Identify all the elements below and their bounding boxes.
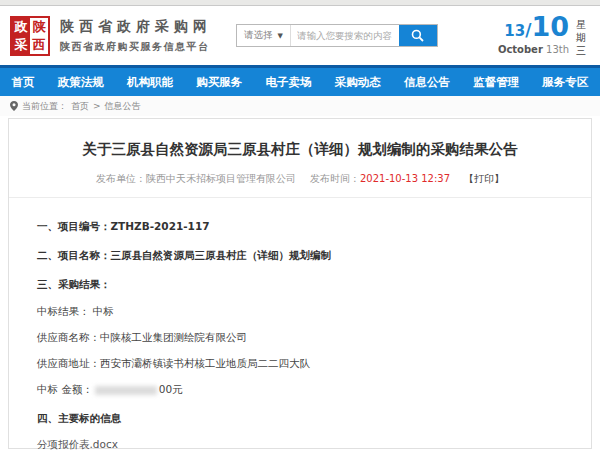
date-en-day: 13th (546, 44, 569, 55)
site-logo[interactable]: 政 陕 采 西 (10, 16, 50, 56)
location-pin-icon (10, 101, 18, 111)
site-titles: 陕西省政府采购网 陕西省政府购买服务信息平台 (60, 18, 212, 54)
chevron-down-icon: ▼ (278, 32, 283, 40)
date-en-month: October (498, 44, 543, 55)
main-nav: 首页 政策法规 机构职能 购买服务 电子卖场 采购动态 信息公告 监督管理 服务… (0, 65, 600, 96)
date-widget: 13/10 October 13th 星期三 (498, 14, 590, 57)
print-button[interactable]: 【打印】 (464, 173, 504, 184)
result-line: 中标结果： 中标 (37, 305, 563, 319)
date-weekday: 星期三 (576, 18, 588, 57)
article-body: 一、项目编号：ZTHZB-2021-117 二、项目名称：三原县自然资源局三原县… (9, 198, 591, 450)
breadcrumb-separator: > (93, 101, 101, 111)
nav-item-services[interactable]: 服务专区 (542, 75, 588, 90)
logo-char: 政 (12, 18, 30, 36)
search-bar: 请选择 ▼ (236, 24, 438, 47)
amount-label: 中标 金额： (37, 383, 93, 395)
pubtime-label: 发布时间： (310, 173, 360, 184)
logo-char: 陕 (30, 18, 48, 36)
amount-line: 中标 金额：00元 (37, 383, 563, 397)
search-button[interactable] (399, 25, 437, 46)
site-header: 政 陕 采 西 陕西省政府采购网 陕西省政府购买服务信息平台 请选择 ▼ 13/… (0, 6, 600, 65)
address-line: 供应商地址：西安市灞桥镇读书村核工业地质局二二四大队 (37, 357, 563, 371)
search-input[interactable] (291, 25, 399, 46)
article-panel: 关于三原县自然资源局三原县村庄（详细）规划编制的采购结果公告 发布单位：陕西中天… (8, 118, 592, 449)
nav-item-functions[interactable]: 机构职能 (127, 75, 173, 90)
amount-suffix: 00元 (159, 383, 183, 395)
search-icon (411, 29, 424, 42)
breadcrumb: 当前位置： 首页 > 信息公告 (0, 96, 600, 116)
section-subject-heading: 四、主要标的信息 (37, 412, 563, 426)
breadcrumb-home[interactable]: 首页 (71, 100, 89, 113)
section-project-number: 一、项目编号：ZTHZB-2021-117 (37, 220, 563, 234)
logo-char: 采 (12, 36, 30, 54)
site-subtitle: 陕西省政府购买服务信息平台 (60, 40, 212, 54)
section-project-name: 二、项目名称：三原县自然资源局三原县村庄（详细）规划编制 (37, 249, 563, 263)
nav-item-supervision[interactable]: 监督管理 (473, 75, 519, 90)
breadcrumb-current[interactable]: 信息公告 (105, 100, 141, 113)
nav-item-purchase[interactable]: 购买服务 (196, 75, 242, 90)
breadcrumb-label: 当前位置： (22, 100, 67, 113)
article-title: 关于三原县自然资源局三原县村庄（详细）规划编制的采购结果公告 (9, 140, 591, 159)
pubtime-value: 2021-10-13 12:37 (360, 173, 450, 184)
publisher-label: 发布单位： (96, 173, 146, 184)
nav-item-policies[interactable]: 政策法规 (58, 75, 104, 90)
section-result-heading: 三、采购结果： (37, 278, 563, 292)
logo-char: 西 (30, 36, 48, 54)
amount-redacted (95, 386, 157, 395)
site-title: 陕西省政府采购网 (60, 18, 212, 36)
nav-item-news[interactable]: 采购动态 (335, 75, 381, 90)
attachment-link[interactable]: 分项报价表.docx (37, 438, 118, 450)
nav-item-emarket[interactable]: 电子卖场 (265, 75, 311, 90)
article-meta: 发布单位：陕西中天禾招标项目管理有限公司发布时间：2021-10-13 12:3… (9, 172, 591, 186)
date-day: 13 (504, 22, 525, 40)
nav-item-announcements[interactable]: 信息公告 (404, 75, 450, 90)
search-category-select[interactable]: 请选择 ▼ (237, 25, 291, 46)
publisher-value: 陕西中天禾招标项目管理有限公司 (146, 173, 296, 184)
search-select-label: 请选择 (244, 29, 273, 42)
supplier-line: 供应商名称：中陕核工业集团测绘院有限公司 (37, 331, 563, 345)
date-numeric: 13/10 October 13th (498, 14, 569, 55)
nav-item-home[interactable]: 首页 (12, 75, 35, 90)
date-month: 10 (531, 11, 569, 42)
